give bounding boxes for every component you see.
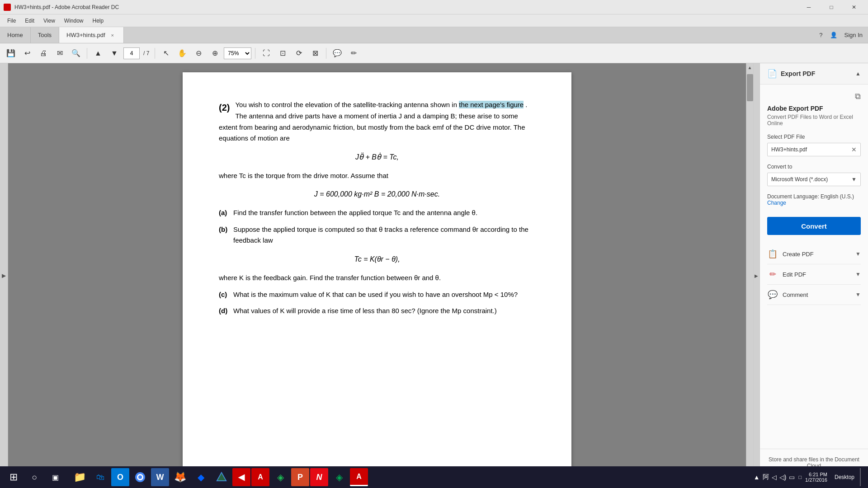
read-mode-button[interactable]: ⊠	[308, 46, 322, 61]
zoom-in-button[interactable]: ⊕	[208, 46, 222, 61]
taskbar-app-acrobat-dc[interactable]: A	[350, 468, 368, 486]
taskbar-task-view-button[interactable]: ▣	[45, 467, 65, 487]
menu-window[interactable]: Window	[61, 16, 87, 26]
vertical-scrollbar[interactable]: ▲ ▼	[746, 63, 753, 488]
convert-button[interactable]: Convert	[767, 217, 861, 235]
tab-tools[interactable]: Tools	[31, 27, 59, 43]
fit-width-button[interactable]: ⊡	[275, 46, 290, 61]
menu-edit[interactable]: Edit	[21, 16, 38, 26]
file-clear-button[interactable]: ✕	[848, 144, 860, 155]
taskbar-start-button[interactable]: ⊞	[4, 467, 24, 487]
convert-to-label: Convert to	[767, 164, 861, 170]
create-pdf-label: Create PDF	[783, 251, 814, 258]
help-button[interactable]: ?	[819, 32, 822, 38]
left-nav-panel[interactable]: ▶	[0, 63, 8, 488]
taskbar-battery-icon[interactable]: ▭	[789, 474, 795, 481]
page-input[interactable]	[123, 47, 140, 59]
left-nav-arrow-icon[interactable]: ▶	[2, 272, 6, 279]
draw-button[interactable]: ✏	[346, 46, 361, 61]
tab-file[interactable]: HW3+hints.pdf ×	[59, 27, 124, 43]
undo-button[interactable]: ↩	[20, 46, 34, 61]
right-panel-header: 📄 Export PDF ▲	[760, 63, 868, 84]
right-panel-toggle[interactable]: ▶	[753, 63, 760, 488]
scrollbar-track[interactable]	[747, 72, 753, 479]
close-button[interactable]: ✕	[844, 0, 864, 14]
email-button[interactable]: ✉	[52, 46, 67, 61]
next-page-button[interactable]: ▼	[107, 46, 122, 61]
taskbar-ime-icon[interactable]: 阿	[763, 473, 769, 481]
taskbar-network-icon[interactable]: ◁	[772, 474, 777, 481]
taskbar-app-acrobat[interactable]: A	[251, 468, 269, 486]
comment-button[interactable]: 💬	[330, 46, 344, 61]
taskbar-chevron-icon[interactable]: ▲	[754, 474, 760, 481]
menu-file[interactable]: File	[4, 16, 19, 26]
doc-language-change-link[interactable]: Change	[767, 200, 786, 206]
panel-collapse-button[interactable]: ▲	[855, 70, 861, 77]
select-tool-button[interactable]: ↖	[159, 46, 173, 61]
scroll-up-arrow[interactable]: ▲	[748, 63, 752, 72]
prev-page-button[interactable]: ▲	[91, 46, 105, 61]
toolbar: 💾 ↩ 🖨 ✉ 🔍 ▲ ▼ / 7 ↖ ✋ ⊖ ⊕ 75% 50% 100% 1…	[0, 43, 868, 63]
create-pdf-left: 📋 Create PDF	[767, 249, 814, 259]
create-pdf-item[interactable]: 📋 Create PDF ▼	[767, 244, 861, 264]
print-button[interactable]: 🖨	[36, 46, 51, 61]
acrobat-title-icon	[4, 4, 11, 11]
tab-close-icon[interactable]: ×	[109, 32, 116, 39]
pdf-page: (2) You wish to control the elevation of…	[183, 72, 571, 470]
taskbar-app-chrome[interactable]	[130, 467, 150, 487]
menu-help[interactable]: Help	[89, 16, 108, 26]
right-panel-title: 📄 Export PDF	[767, 69, 815, 79]
svg-point-2	[138, 475, 142, 479]
taskbar-app-outlook[interactable]: O	[111, 468, 129, 486]
pdf-equation3: Tc = K(θr − θ),	[219, 253, 535, 265]
taskbar-app-file-explorer[interactable]: 📁	[70, 467, 90, 487]
scrollbar-thumb[interactable]	[747, 74, 753, 101]
tab-home[interactable]: Home	[0, 27, 31, 43]
zoom-out-button[interactable]: ⊖	[191, 46, 206, 61]
taskbar-app-netflix[interactable]: N	[310, 468, 328, 486]
taskbar-volume-icon[interactable]: ◁)	[779, 474, 787, 481]
taskbar-app-store[interactable]: 🛍	[90, 467, 110, 487]
hand-tool-button[interactable]: ✋	[175, 46, 189, 61]
export-pdf-icon: 📄	[767, 69, 777, 79]
taskbar-desktop-button[interactable]: Desktop	[835, 474, 854, 480]
toolbar-divider-2	[155, 48, 155, 59]
taskbar-notification-icon[interactable]: □	[798, 474, 802, 480]
fit-page-button[interactable]: ⛶	[259, 46, 274, 61]
minimize-button[interactable]: ─	[798, 0, 819, 14]
edit-pdf-item[interactable]: ✏ Edit PDF ▼	[767, 264, 861, 285]
taskbar-clock[interactable]: 6:21 PM 1/27/2016	[805, 472, 827, 483]
taskbar-app-app14[interactable]: ◈	[329, 467, 349, 487]
convert-to-row[interactable]: Microsoft Word (*.docx) ▼	[767, 173, 861, 186]
rotate-button[interactable]: ⟳	[292, 46, 306, 61]
toolbar-divider-4	[326, 48, 326, 59]
comment-item[interactable]: 💬 Comment ▼	[767, 285, 861, 305]
search-button[interactable]: 🔍	[69, 46, 83, 61]
copy-icon[interactable]: ⧉	[855, 92, 861, 101]
convert-to-dropdown-icon[interactable]: ▼	[848, 174, 860, 184]
taskbar-app-spotify[interactable]: ◈	[270, 467, 290, 487]
save-button[interactable]: 💾	[4, 46, 18, 61]
taskbar-app-word[interactable]: W	[151, 468, 169, 486]
taskbar-search-button[interactable]: ○	[24, 467, 44, 487]
tab-bar-right: ? 👤 Sign In	[124, 27, 868, 43]
maximize-button[interactable]: □	[821, 0, 842, 14]
zoom-select[interactable]: 75% 50% 100% 125% 150% 200%	[224, 47, 251, 59]
taskbar-app-drive[interactable]	[212, 467, 231, 487]
account-button[interactable]: 👤	[830, 32, 837, 38]
edit-pdf-icon: ✏	[767, 269, 778, 280]
sign-in-button[interactable]: Sign In	[844, 32, 863, 38]
taskbar-app-powerpoint[interactable]: P	[291, 468, 309, 486]
right-panel-body: ⧉ Adobe Export PDF Convert PDF Files to …	[760, 84, 868, 449]
taskbar-app-firefox[interactable]: 🦊	[170, 467, 190, 487]
taskbar-system-icons: ▲ 阿 ◁ ◁) ▭	[754, 473, 795, 481]
taskbar-app-app9[interactable]: ◀	[232, 468, 250, 486]
menu-view[interactable]: View	[40, 16, 59, 26]
comment-icon: 💬	[767, 289, 778, 300]
part-a-text: Find the transfer function between the a…	[233, 207, 477, 219]
taskbar-app-dropbox[interactable]: ◆	[191, 467, 211, 487]
file-input-row: HW3+hints.pdf ✕	[767, 143, 861, 156]
title-bar-controls: ─ □ ✕	[798, 0, 864, 14]
right-panel: 📄 Export PDF ▲ ⧉ Adobe Export PDF Conver…	[760, 63, 868, 488]
pdf-equation2: J = 600,000 kg·m² B = 20,000 N·m·sec.	[219, 188, 535, 200]
